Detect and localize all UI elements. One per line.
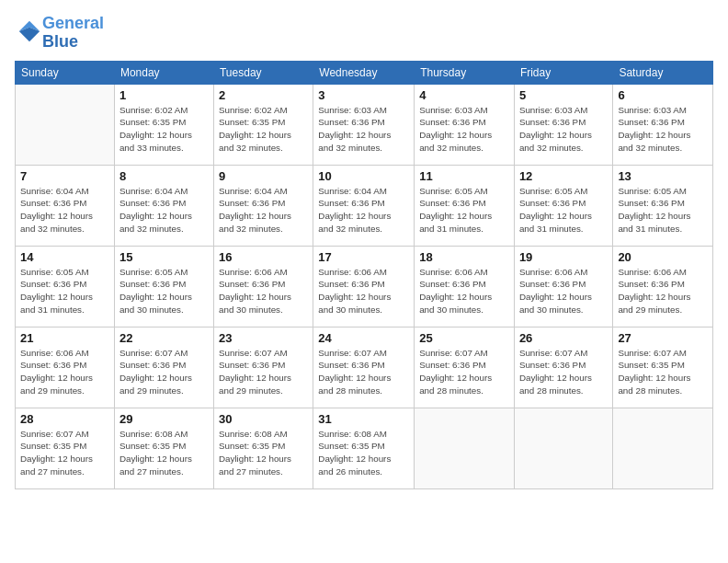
logo: General Blue <box>15 15 104 52</box>
day-info: Sunrise: 6:06 AMSunset: 6:36 PMDaylight:… <box>618 266 708 316</box>
day-info: Sunrise: 6:03 AMSunset: 6:36 PMDaylight:… <box>618 104 708 155</box>
day-info: Sunrise: 6:07 AMSunset: 6:36 PMDaylight:… <box>519 347 609 397</box>
page: General Blue SundayMondayTuesdayWednesda… <box>0 0 728 563</box>
calendar-week-row: 21Sunrise: 6:06 AMSunset: 6:36 PMDayligh… <box>16 327 713 408</box>
calendar-day-cell: 9Sunrise: 6:04 AMSunset: 6:36 PMDaylight… <box>213 165 313 246</box>
day-number: 12 <box>519 169 609 183</box>
day-number: 11 <box>419 169 509 183</box>
day-info: Sunrise: 6:05 AMSunset: 6:36 PMDaylight:… <box>20 266 109 316</box>
day-info: Sunrise: 6:06 AMSunset: 6:36 PMDaylight:… <box>20 347 109 397</box>
day-info: Sunrise: 6:06 AMSunset: 6:36 PMDaylight:… <box>519 266 609 316</box>
weekday-header-cell: Monday <box>114 61 213 84</box>
day-number: 1 <box>119 88 209 102</box>
day-info: Sunrise: 6:03 AMSunset: 6:36 PMDaylight:… <box>419 104 509 155</box>
day-number: 16 <box>219 250 308 264</box>
weekday-header-cell: Tuesday <box>213 61 313 84</box>
calendar-day-cell: 26Sunrise: 6:07 AMSunset: 6:36 PMDayligh… <box>514 327 613 408</box>
day-info: Sunrise: 6:03 AMSunset: 6:36 PMDaylight:… <box>519 104 609 155</box>
calendar-day-cell: 13Sunrise: 6:05 AMSunset: 6:36 PMDayligh… <box>613 165 713 246</box>
calendar-week-row: 28Sunrise: 6:07 AMSunset: 6:35 PMDayligh… <box>16 408 713 488</box>
day-number: 22 <box>119 331 209 345</box>
day-number: 13 <box>618 169 708 183</box>
day-number: 2 <box>219 88 308 102</box>
calendar-day-cell <box>16 84 115 165</box>
calendar-day-cell: 16Sunrise: 6:06 AMSunset: 6:36 PMDayligh… <box>213 246 313 327</box>
header: General Blue <box>15 15 713 52</box>
calendar-day-cell: 4Sunrise: 6:03 AMSunset: 6:36 PMDaylight… <box>415 84 515 165</box>
day-number: 5 <box>519 88 609 102</box>
calendar-day-cell: 3Sunrise: 6:03 AMSunset: 6:36 PMDaylight… <box>313 84 415 165</box>
day-number: 6 <box>618 88 708 102</box>
calendar-day-cell: 12Sunrise: 6:05 AMSunset: 6:36 PMDayligh… <box>514 165 613 246</box>
day-info: Sunrise: 6:04 AMSunset: 6:36 PMDaylight:… <box>318 185 409 236</box>
calendar-day-cell: 31Sunrise: 6:08 AMSunset: 6:35 PMDayligh… <box>313 408 415 488</box>
day-number: 19 <box>519 250 609 264</box>
day-number: 8 <box>119 169 209 183</box>
calendar-day-cell: 20Sunrise: 6:06 AMSunset: 6:36 PMDayligh… <box>613 246 713 327</box>
calendar-day-cell: 15Sunrise: 6:05 AMSunset: 6:36 PMDayligh… <box>114 246 213 327</box>
day-number: 14 <box>20 250 109 264</box>
day-number: 7 <box>20 169 109 183</box>
calendar-day-cell: 17Sunrise: 6:06 AMSunset: 6:36 PMDayligh… <box>313 246 415 327</box>
day-number: 25 <box>419 331 509 345</box>
weekday-header-cell: Thursday <box>415 61 515 84</box>
day-number: 23 <box>219 331 308 345</box>
calendar-day-cell: 25Sunrise: 6:07 AMSunset: 6:36 PMDayligh… <box>415 327 515 408</box>
logo-icon <box>17 18 42 44</box>
day-info: Sunrise: 6:06 AMSunset: 6:36 PMDaylight:… <box>318 266 409 316</box>
day-number: 3 <box>318 88 409 102</box>
calendar-day-cell: 14Sunrise: 6:05 AMSunset: 6:36 PMDayligh… <box>16 246 115 327</box>
weekday-header-row: SundayMondayTuesdayWednesdayThursdayFrid… <box>16 61 713 84</box>
day-info: Sunrise: 6:03 AMSunset: 6:36 PMDaylight:… <box>318 104 409 155</box>
day-info: Sunrise: 6:08 AMSunset: 6:35 PMDaylight:… <box>219 428 308 478</box>
day-info: Sunrise: 6:07 AMSunset: 6:36 PMDaylight:… <box>318 347 409 397</box>
day-info: Sunrise: 6:07 AMSunset: 6:36 PMDaylight:… <box>119 347 209 397</box>
calendar-day-cell <box>613 408 713 488</box>
day-number: 31 <box>318 412 409 426</box>
day-number: 24 <box>318 331 409 345</box>
calendar-day-cell <box>514 408 613 488</box>
day-info: Sunrise: 6:07 AMSunset: 6:36 PMDaylight:… <box>219 347 308 397</box>
day-info: Sunrise: 6:06 AMSunset: 6:36 PMDaylight:… <box>219 266 308 316</box>
calendar-day-cell: 18Sunrise: 6:06 AMSunset: 6:36 PMDayligh… <box>415 246 515 327</box>
day-number: 26 <box>519 331 609 345</box>
day-info: Sunrise: 6:08 AMSunset: 6:35 PMDaylight:… <box>119 428 209 478</box>
day-number: 9 <box>219 169 308 183</box>
day-number: 28 <box>20 412 109 426</box>
day-info: Sunrise: 6:05 AMSunset: 6:36 PMDaylight:… <box>519 185 609 236</box>
calendar-day-cell: 19Sunrise: 6:06 AMSunset: 6:36 PMDayligh… <box>514 246 613 327</box>
calendar-day-cell <box>415 408 515 488</box>
weekday-header-cell: Sunday <box>16 61 115 84</box>
calendar-body: 1Sunrise: 6:02 AMSunset: 6:35 PMDaylight… <box>16 84 713 488</box>
calendar-day-cell: 30Sunrise: 6:08 AMSunset: 6:35 PMDayligh… <box>213 408 313 488</box>
calendar-table: SundayMondayTuesdayWednesdayThursdayFrid… <box>15 61 713 489</box>
day-info: Sunrise: 6:05 AMSunset: 6:36 PMDaylight:… <box>119 266 209 316</box>
weekday-header-cell: Friday <box>514 61 613 84</box>
calendar-day-cell: 23Sunrise: 6:07 AMSunset: 6:36 PMDayligh… <box>213 327 313 408</box>
calendar-day-cell: 27Sunrise: 6:07 AMSunset: 6:35 PMDayligh… <box>613 327 713 408</box>
day-number: 17 <box>318 250 409 264</box>
calendar-day-cell: 5Sunrise: 6:03 AMSunset: 6:36 PMDaylight… <box>514 84 613 165</box>
day-number: 27 <box>618 331 708 345</box>
day-number: 4 <box>419 88 509 102</box>
calendar-day-cell: 8Sunrise: 6:04 AMSunset: 6:36 PMDaylight… <box>114 165 213 246</box>
calendar-week-row: 7Sunrise: 6:04 AMSunset: 6:36 PMDaylight… <box>16 165 713 246</box>
day-number: 18 <box>419 250 509 264</box>
day-info: Sunrise: 6:02 AMSunset: 6:35 PMDaylight:… <box>119 104 209 155</box>
calendar-week-row: 14Sunrise: 6:05 AMSunset: 6:36 PMDayligh… <box>16 246 713 327</box>
day-info: Sunrise: 6:04 AMSunset: 6:36 PMDaylight:… <box>219 185 308 236</box>
weekday-header-cell: Saturday <box>613 61 713 84</box>
calendar-day-cell: 11Sunrise: 6:05 AMSunset: 6:36 PMDayligh… <box>415 165 515 246</box>
day-info: Sunrise: 6:06 AMSunset: 6:36 PMDaylight:… <box>419 266 509 316</box>
weekday-header-cell: Wednesday <box>313 61 415 84</box>
calendar-day-cell: 7Sunrise: 6:04 AMSunset: 6:36 PMDaylight… <box>16 165 115 246</box>
day-info: Sunrise: 6:05 AMSunset: 6:36 PMDaylight:… <box>618 185 708 236</box>
day-info: Sunrise: 6:04 AMSunset: 6:36 PMDaylight:… <box>20 185 109 236</box>
day-number: 15 <box>119 250 209 264</box>
calendar-day-cell: 6Sunrise: 6:03 AMSunset: 6:36 PMDaylight… <box>613 84 713 165</box>
day-number: 10 <box>318 169 409 183</box>
day-info: Sunrise: 6:07 AMSunset: 6:35 PMDaylight:… <box>20 428 109 478</box>
calendar-day-cell: 21Sunrise: 6:06 AMSunset: 6:36 PMDayligh… <box>16 327 115 408</box>
day-info: Sunrise: 6:07 AMSunset: 6:35 PMDaylight:… <box>618 347 708 397</box>
calendar-day-cell: 29Sunrise: 6:08 AMSunset: 6:35 PMDayligh… <box>114 408 213 488</box>
